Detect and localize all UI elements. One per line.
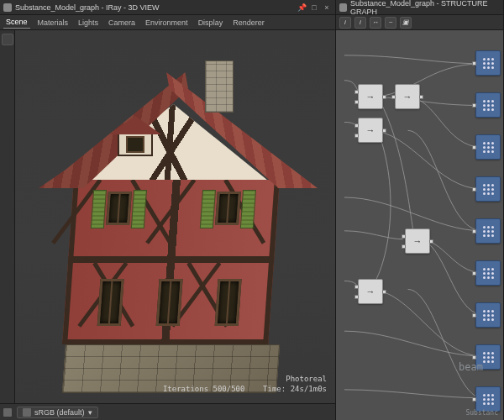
node-graph-canvas[interactable]: → → → → → beam Substanc <box>336 30 503 420</box>
colorspace-selector[interactable]: sRGB (default) ▾ <box>17 407 98 418</box>
tab-renderer[interactable]: Renderer <box>230 17 267 29</box>
cursor-icon[interactable]: i <box>339 17 351 29</box>
merge-node[interactable]: → <box>358 84 383 109</box>
merge-node[interactable]: → <box>395 84 420 109</box>
graph-frame-label: beam <box>459 361 483 373</box>
tab-lights[interactable]: Lights <box>76 17 101 29</box>
link-icon[interactable]: ~ <box>385 17 396 29</box>
tab-scene[interactable]: Scene <box>3 16 30 29</box>
viewport-3d[interactable]: Photoreal Iterations 500/500 Time: 24s/1… <box>15 30 335 403</box>
info-icon[interactable]: i <box>354 17 366 29</box>
tab-camera[interactable]: Camera <box>106 17 138 29</box>
fit-icon[interactable]: ▣ <box>400 17 412 29</box>
grid-node[interactable] <box>475 92 501 118</box>
expand-icon[interactable]: ↔ <box>370 17 381 29</box>
chevron-down-icon: ▾ <box>88 408 92 417</box>
time-value: 24s/1m0s <box>291 385 327 393</box>
iterations-label: Iterations <box>163 385 208 393</box>
tab-materials[interactable]: Materials <box>35 17 71 29</box>
viewport-titlebar: Substance_Model_graph - IRay - 3D VIEW 📌… <box>0 0 335 15</box>
render-mode: Photoreal <box>163 374 327 385</box>
graph-titlebar: Substance_Model_graph - STRUCTURE GRAPH <box>336 0 503 15</box>
time-label: Time <box>263 385 281 393</box>
graph-toolbar: i i ↔ ~ ▣ <box>336 15 503 30</box>
pin-icon[interactable]: 📌 <box>297 3 307 13</box>
viewport-tabs: Scene Materials Lights Camera Environmen… <box>0 15 335 30</box>
grid-node[interactable] <box>475 50 501 76</box>
grid-node[interactable] <box>475 386 501 412</box>
viewport-bottombar: sRGB (default) ▾ <box>0 403 335 420</box>
grid-node[interactable] <box>475 134 501 160</box>
grid-node[interactable] <box>475 260 501 286</box>
graph-panel: Substance_Model_graph - STRUCTURE GRAPH … <box>336 0 504 420</box>
tool-home-icon[interactable] <box>2 34 13 45</box>
colorspace-icon <box>23 408 31 417</box>
grid-node[interactable] <box>475 218 501 244</box>
viewport-side-toolbar <box>0 30 15 403</box>
save-image-icon[interactable] <box>3 408 12 417</box>
merge-node[interactable]: → <box>358 118 383 143</box>
graph-footer-text: Substanc <box>465 409 498 417</box>
grid-node[interactable] <box>475 176 501 202</box>
colorspace-label: sRGB (default) <box>34 408 85 417</box>
close-icon[interactable]: × <box>322 3 332 13</box>
tab-environment[interactable]: Environment <box>143 17 191 29</box>
tab-display[interactable]: Display <box>196 17 226 29</box>
viewport-title: Substance_Model_graph - IRay - 3D VIEW <box>15 3 160 12</box>
merge-node[interactable]: → <box>405 228 430 254</box>
merge-node[interactable]: → <box>358 279 383 304</box>
model-preview <box>40 49 301 393</box>
render-status: Photoreal Iterations 500/500 Time: 24s/1… <box>163 374 327 395</box>
iterations-value: 500/500 <box>213 385 244 393</box>
app-icon <box>339 3 347 12</box>
app-icon <box>3 3 12 12</box>
maximize-icon[interactable]: □ <box>309 3 319 13</box>
graph-title: Substance_Model_graph - STRUCTURE GRAPH <box>350 0 500 16</box>
grid-node[interactable] <box>475 302 501 328</box>
viewport-panel: Substance_Model_graph - IRay - 3D VIEW 📌… <box>0 0 336 420</box>
